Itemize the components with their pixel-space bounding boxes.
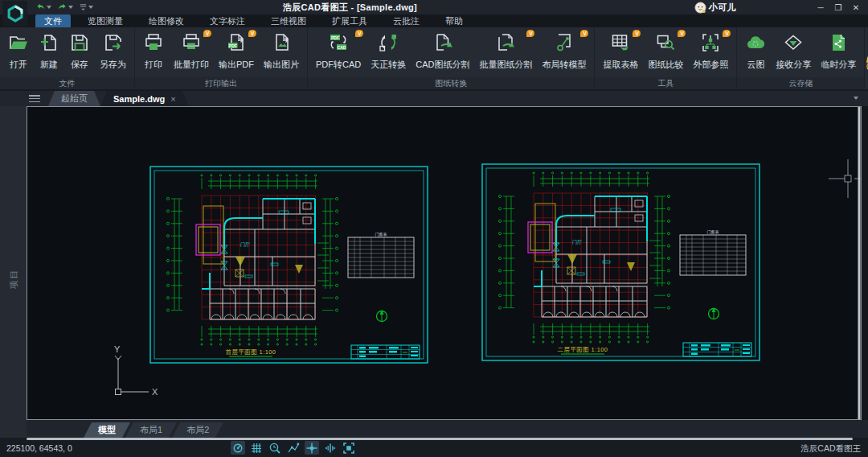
horizontal-scrollbar[interactable]: [27, 438, 853, 440]
ribbon-button-临时分享[interactable]: 临时分享: [816, 31, 861, 72]
status-zoom-icon[interactable]: [268, 441, 282, 455]
document-tabs: 起始页Sample.dwg×: [48, 91, 189, 106]
menu-item-三维视图[interactable]: 三维视图: [262, 14, 315, 28]
status-pan-icon[interactable]: [323, 441, 338, 455]
ribbon-button-外部参照[interactable]: V外部参照: [688, 31, 733, 72]
ribbon-button-label: 图纸比较: [648, 59, 683, 71]
cad-viewer-app: { "window": { "title": "浩辰CAD看图王 - [Samp…: [0, 0, 868, 457]
temp-share-icon: [828, 32, 849, 56]
svg-text:PDF: PDF: [229, 43, 237, 48]
restore-button[interactable]: ❐: [829, 0, 847, 14]
left-sidebar: 项目: [0, 106, 27, 438]
chevron-down-icon[interactable]: [47, 6, 51, 9]
batch-print-icon: [181, 32, 202, 56]
window-title: 浩辰CAD看图王 - [Sample.dwg]: [283, 2, 417, 14]
ribbon-button-PDF转CAD[interactable]: VPDFCADPDF转CAD: [311, 31, 366, 72]
status-extent-icon[interactable]: [342, 441, 356, 455]
ribbon-button-label: 输出PDF: [219, 59, 254, 71]
menu-item-绘图修改[interactable]: 绘图修改: [140, 14, 193, 28]
chevron-down-icon[interactable]: [68, 6, 73, 9]
tab-overflow-chevron-down-icon[interactable]: [854, 97, 858, 100]
layout-tab-布局1[interactable]: 布局1: [129, 422, 173, 438]
menu-bar: 文件览图测量绘图修改文字标注三维视图扩展工具云批注帮助: [35, 14, 472, 27]
drawing-canvas[interactable]: 门厅门窗表首层平面图 1:100门厅门窗表二层平面图 1:100 X Y: [27, 106, 862, 420]
doc-tab-Sample.dwg[interactable]: Sample.dwg×: [100, 91, 189, 106]
extract-table-icon: [610, 32, 631, 56]
window-controls: ─ ❐ ✕: [812, 0, 865, 14]
tab-close-icon[interactable]: ×: [170, 94, 175, 104]
ribbon-group-文件: 打开新建保存另存为文件: [0, 27, 135, 89]
svg-text:X: X: [152, 387, 158, 397]
customize-button[interactable]: [77, 0, 95, 14]
ribbon-button-label: 提取表格: [603, 59, 638, 71]
ribbon-group-title: 打印输出: [135, 77, 307, 89]
ribbon-group-title: 云存储: [737, 77, 864, 89]
menu-item-云批注[interactable]: 云批注: [384, 14, 428, 28]
layout-tab-布局2[interactable]: 布局2: [176, 422, 219, 438]
ribbon-button-CAD图纸分割[interactable]: CAD图纸分割: [411, 31, 474, 72]
undo-button[interactable]: [34, 0, 53, 14]
app-logo-icon[interactable]: [2, 1, 27, 27]
ribbon-button-label: 外部参照: [693, 59, 728, 71]
ribbon-button-提取表格[interactable]: V提取表格: [598, 31, 643, 72]
status-polyline-icon[interactable]: [286, 441, 301, 455]
print-icon: [143, 32, 164, 56]
save-icon: [69, 32, 90, 56]
export-image-icon: [271, 32, 292, 56]
document-tab-bar: 起始页Sample.dwg×: [0, 91, 868, 106]
ribbon-button-云图[interactable]: 云图: [740, 31, 771, 72]
undo-icon: [35, 0, 46, 14]
layout-tab-模型[interactable]: 模型: [88, 422, 126, 438]
ribbon-button-打开[interactable]: 打开: [3, 31, 34, 72]
export-pdf-icon: PDF: [226, 32, 247, 56]
ribbon-button-另存为[interactable]: 另存为: [95, 31, 131, 72]
menu-item-文字标注[interactable]: 文字标注: [201, 14, 254, 28]
menu-item-文件[interactable]: 文件: [35, 14, 71, 28]
svg-text:门厅: 门厅: [240, 241, 250, 247]
doc-tab-起始页[interactable]: 起始页: [48, 91, 100, 106]
pen-icon[interactable]: [865, 43, 868, 74]
minimize-button[interactable]: ─: [812, 0, 829, 14]
ribbon-button-label: PDF转CAD: [316, 59, 361, 71]
quick-access-toolbar: [34, 1, 95, 14]
ribbon-button-输出图片[interactable]: 输出图片: [259, 31, 304, 72]
ribbon-button-保存[interactable]: 保存: [64, 31, 95, 72]
ribbon-toolbar: 打开新建保存另存为文件打印V批量打印VPDF输出PDF输出图片打印输出VPDFC…: [0, 27, 868, 91]
sidebar-tab-project[interactable]: 项目: [0, 261, 27, 296]
ribbon-button-天正转换[interactable]: 天正转换: [366, 31, 411, 72]
avatar: [694, 2, 706, 14]
menu-item-帮助[interactable]: 帮助: [436, 14, 472, 28]
ribbon-button-label: 批量图纸分割: [479, 59, 532, 71]
ribbon-button-布局转模型[interactable]: V布局转模型: [537, 31, 591, 72]
ribbon-button-批量图纸分割[interactable]: V批量图纸分割: [474, 31, 537, 72]
cloud-icon: [745, 32, 766, 56]
status-grid-icon[interactable]: [249, 441, 264, 455]
layout-tabs: 模型布局1布局2: [88, 422, 219, 438]
redo-button[interactable]: [55, 0, 75, 14]
save-as-icon: [103, 32, 124, 56]
ribbon-button-批量打印[interactable]: V批量打印: [169, 31, 214, 72]
ribbon-button-输出PDF[interactable]: VPDF输出PDF: [214, 31, 259, 72]
ribbon-button-新建[interactable]: 新建: [34, 31, 64, 72]
receive-share-icon: [783, 32, 804, 56]
ribbon-group-title: 图纸转换: [308, 77, 594, 89]
ribbon-button-label: 布局转模型: [542, 59, 586, 71]
ribbon-button-图纸比较[interactable]: V图纸比较: [643, 31, 688, 72]
user-account[interactable]: 小可儿: [694, 0, 735, 14]
redo-icon: [57, 0, 68, 14]
user-name: 小可儿: [709, 2, 735, 14]
pdf-to-cad-icon: PDFCAD: [328, 32, 349, 56]
vip-badge: V: [526, 30, 534, 37]
vertical-scrollbar: [858, 107, 861, 419]
ribbon-button-接收分享[interactable]: 接收分享: [771, 31, 816, 72]
ribbon-button-label: 打印: [145, 59, 162, 71]
panel-toggle-icon[interactable]: [29, 95, 40, 102]
status-orbit-icon[interactable]: [231, 441, 245, 455]
menu-item-扩展工具[interactable]: 扩展工具: [323, 14, 376, 28]
menu-item-览图测量[interactable]: 览图测量: [79, 14, 132, 28]
close-button[interactable]: ✕: [847, 0, 865, 14]
ribbon-button-打印[interactable]: 打印: [138, 31, 169, 72]
ribbon-button-label: 云图: [747, 59, 764, 71]
status-snap-icon[interactable]: [305, 441, 319, 455]
chevron-down-icon[interactable]: [88, 6, 93, 9]
